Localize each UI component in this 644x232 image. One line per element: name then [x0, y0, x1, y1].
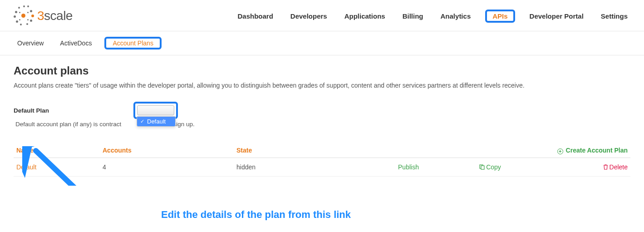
create-account-plan-link[interactable]: + Create Account Plan [557, 147, 628, 154]
logo-suffix: scale [44, 9, 73, 23]
brand-logo: 3scale [14, 5, 73, 26]
logo-prefix: 3 [37, 9, 44, 23]
main-nav: Dashboard Developers Applications Billin… [235, 10, 630, 23]
top-header: 3scale Dashboard Developers Applications… [0, 0, 644, 31]
default-plan-option-default[interactable]: ✓ Default [137, 117, 175, 126]
plans-table: Name Accounts State + Create Account Pla… [14, 143, 630, 177]
nav-developers[interactable]: Developers [288, 10, 330, 22]
default-plan-label: Default Plan [14, 107, 130, 114]
trash-icon [603, 164, 608, 171]
sub-nav: Overview ActiveDocs Account Plans [0, 31, 644, 55]
publish-link[interactable]: Publish [398, 163, 419, 171]
th-name: Name [14, 143, 100, 158]
nav-settings[interactable]: Settings [598, 10, 630, 22]
nav-dashboard[interactable]: Dashboard [235, 10, 275, 22]
option-label: Default [147, 118, 166, 125]
th-copy [452, 143, 529, 158]
th-publish [365, 143, 452, 158]
nav-developer-portal[interactable]: Developer Portal [527, 10, 586, 22]
highlight-account-plans: Account Plans [104, 37, 162, 49]
highlight-apis: APIs [485, 10, 515, 23]
nav-analytics[interactable]: Analytics [438, 10, 474, 22]
page-description: Account plans create "tiers" of usage wi… [14, 82, 630, 89]
default-plan-hint: Default account plan (if any) is contrac… [15, 121, 630, 128]
logo-mark-icon [14, 5, 34, 26]
nav-applications[interactable]: Applications [342, 10, 388, 22]
th-accounts: Accounts [100, 143, 234, 158]
delete-link[interactable]: Delete [603, 163, 628, 171]
default-plan-select[interactable] [137, 105, 174, 115]
subnav-account-plans[interactable]: Account Plans [109, 38, 157, 49]
page-content: Account plans Account plans create "tier… [0, 55, 644, 186]
plan-accounts: 4 [100, 158, 234, 177]
nav-apis[interactable]: APIs [490, 10, 510, 22]
checkmark-icon: ✓ [140, 118, 144, 124]
copy-icon [479, 164, 485, 171]
plan-name-link[interactable]: Default [16, 163, 36, 171]
default-plan-row: Default Plan ✓ Default [14, 102, 630, 119]
page-title: Account plans [14, 64, 630, 77]
th-state: State [234, 143, 365, 158]
table-row: Default 4 hidden Publish Copy [14, 158, 630, 177]
plus-circle-icon: + [557, 148, 563, 154]
svg-rect-1 [481, 166, 484, 169]
logo-text: 3scale [37, 9, 73, 23]
subnav-activedocs[interactable]: ActiveDocs [56, 38, 95, 49]
copy-link[interactable]: Copy [479, 163, 501, 171]
th-create: + Create Account Plan [529, 143, 630, 158]
highlight-default-plan-select: ✓ Default [133, 102, 178, 119]
nav-billing[interactable]: Billing [400, 10, 426, 22]
default-plan-dropdown: ✓ Default [137, 116, 176, 127]
subnav-overview[interactable]: Overview [14, 38, 47, 49]
plan-state: hidden [234, 158, 365, 177]
